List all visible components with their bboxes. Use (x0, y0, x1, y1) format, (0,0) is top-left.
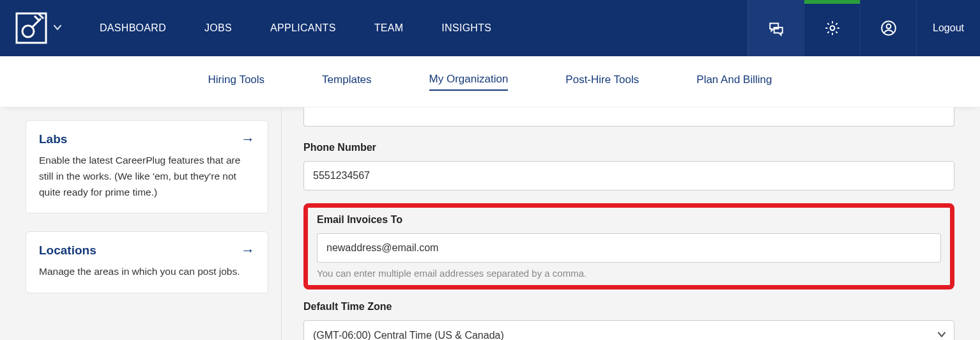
settings-icon-button[interactable] (804, 0, 860, 56)
sidebar-card-desc: Enable the latest CareerPlug features th… (39, 153, 255, 200)
arrow-right-icon: → (241, 243, 255, 258)
sidebar-card-desc: Manage the areas in which you can post j… (39, 264, 255, 280)
logout-button[interactable]: Logout (916, 0, 980, 56)
user-icon (880, 20, 897, 36)
phone-input[interactable] (303, 161, 954, 190)
page-body: Labs → Enable the latest CareerPlug feat… (0, 107, 980, 340)
svg-line-3 (34, 16, 40, 21)
nav-jobs[interactable]: JOBS (204, 22, 232, 34)
sidebar: Labs → Enable the latest CareerPlug feat… (0, 107, 281, 324)
logout-label: Logout (933, 22, 964, 34)
main-nav: DASHBOARD JOBS APPLICANTS TEAM INSIGHTS (100, 22, 491, 34)
form-wrap: Phone Number Email Invoices To You can e… (281, 107, 954, 340)
subnav-plan-and-billing[interactable]: Plan And Billing (696, 73, 772, 90)
subnav-hiring-tools[interactable]: Hiring Tools (208, 73, 265, 90)
subnav-post-hire-tools[interactable]: Post-Hire Tools (565, 73, 639, 90)
sidebar-card-locations[interactable]: Locations → Manage the areas in which yo… (26, 231, 268, 293)
chat-icon-button[interactable] (747, 0, 804, 56)
chevron-down-icon[interactable] (54, 24, 61, 33)
top-navbar: DASHBOARD JOBS APPLICANTS TEAM INSIGHTS (0, 0, 980, 56)
timezone-select[interactable]: (GMT-06:00) Central Time (US & Canada) (303, 320, 954, 340)
app-logo-icon (15, 12, 47, 44)
arrow-right-icon: → (241, 132, 255, 146)
svg-point-7 (886, 24, 891, 29)
svg-point-5 (830, 26, 834, 31)
main-column: Phone Number Email Invoices To You can e… (281, 107, 980, 340)
nav-team[interactable]: TEAM (374, 22, 404, 34)
chat-icon (768, 20, 785, 36)
topbar-right: Logout (747, 0, 980, 56)
subnav-templates[interactable]: Templates (322, 73, 371, 90)
sub-nav: Hiring Tools Templates My Organization P… (0, 56, 980, 107)
field-timezone: Default Time Zone (GMT-06:00) Central Ti… (303, 301, 954, 340)
email-invoices-highlight: Email Invoices To You can enter multiple… (303, 203, 954, 290)
active-indicator (804, 0, 860, 4)
cropped-input-above[interactable] (303, 107, 954, 127)
nav-insights[interactable]: INSIGHTS (441, 22, 491, 34)
field-email-invoices: Email Invoices To You can enter multiple… (317, 214, 941, 279)
nav-dashboard[interactable]: DASHBOARD (100, 22, 166, 34)
email-invoices-label: Email Invoices To (317, 214, 941, 226)
svg-point-1 (22, 26, 34, 37)
sidebar-card-labs[interactable]: Labs → Enable the latest CareerPlug feat… (26, 120, 268, 213)
email-invoices-input[interactable] (317, 233, 941, 263)
subnav-my-organization[interactable]: My Organization (429, 73, 509, 91)
logo-block[interactable] (0, 12, 80, 44)
timezone-label: Default Time Zone (303, 301, 954, 313)
sidebar-card-title: Labs (39, 132, 67, 146)
gear-icon (824, 20, 841, 36)
sidebar-card-title: Locations (39, 243, 96, 258)
field-phone: Phone Number (303, 142, 954, 190)
timezone-select-wrap: (GMT-06:00) Central Time (US & Canada) (303, 320, 954, 340)
email-invoices-help: You can enter multiple email addresses s… (317, 268, 941, 279)
phone-label: Phone Number (303, 142, 954, 153)
nav-applicants[interactable]: APPLICANTS (270, 22, 336, 34)
user-icon-button[interactable] (860, 0, 916, 56)
